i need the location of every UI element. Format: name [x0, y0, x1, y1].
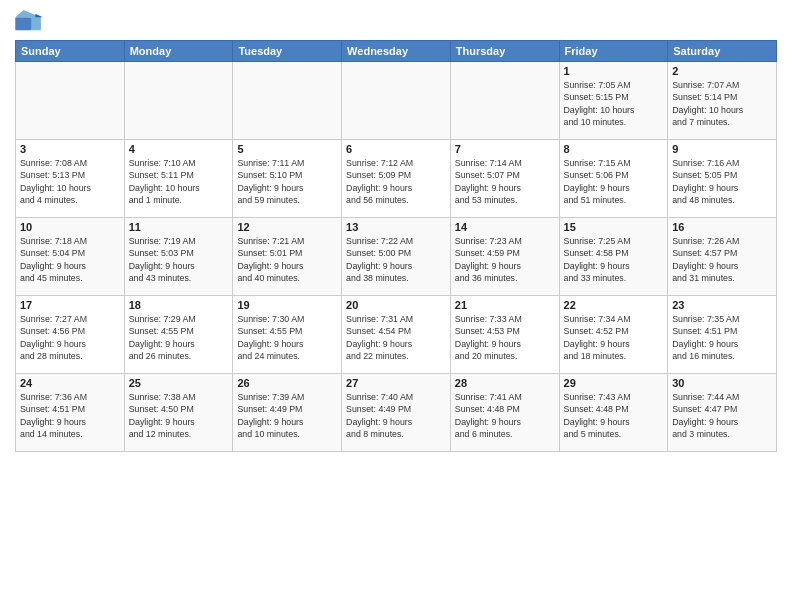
day-number: 29: [564, 377, 664, 389]
day-number: 27: [346, 377, 446, 389]
day-number: 22: [564, 299, 664, 311]
calendar-week-row: 3Sunrise: 7:08 AM Sunset: 5:13 PM Daylig…: [16, 140, 777, 218]
day-info: Sunrise: 7:33 AM Sunset: 4:53 PM Dayligh…: [455, 313, 555, 362]
calendar-day-cell: 4Sunrise: 7:10 AM Sunset: 5:11 PM Daylig…: [124, 140, 233, 218]
calendar-day-cell: [124, 62, 233, 140]
day-info: Sunrise: 7:23 AM Sunset: 4:59 PM Dayligh…: [455, 235, 555, 284]
calendar-day-cell: 26Sunrise: 7:39 AM Sunset: 4:49 PM Dayli…: [233, 374, 342, 452]
calendar-day-cell: 9Sunrise: 7:16 AM Sunset: 5:05 PM Daylig…: [668, 140, 777, 218]
svg-marker-2: [35, 14, 42, 18]
weekday-header-cell: Saturday: [668, 41, 777, 62]
calendar-day-cell: 28Sunrise: 7:41 AM Sunset: 4:48 PM Dayli…: [450, 374, 559, 452]
calendar-day-cell: [233, 62, 342, 140]
weekday-header-cell: Monday: [124, 41, 233, 62]
day-info: Sunrise: 7:36 AM Sunset: 4:51 PM Dayligh…: [20, 391, 120, 440]
day-number: 17: [20, 299, 120, 311]
day-info: Sunrise: 7:38 AM Sunset: 4:50 PM Dayligh…: [129, 391, 229, 440]
day-info: Sunrise: 7:14 AM Sunset: 5:07 PM Dayligh…: [455, 157, 555, 206]
calendar-day-cell: [450, 62, 559, 140]
day-number: 18: [129, 299, 229, 311]
calendar-day-cell: 23Sunrise: 7:35 AM Sunset: 4:51 PM Dayli…: [668, 296, 777, 374]
day-info: Sunrise: 7:40 AM Sunset: 4:49 PM Dayligh…: [346, 391, 446, 440]
calendar-day-cell: [16, 62, 125, 140]
day-number: 19: [237, 299, 337, 311]
calendar-day-cell: 11Sunrise: 7:19 AM Sunset: 5:03 PM Dayli…: [124, 218, 233, 296]
day-info: Sunrise: 7:30 AM Sunset: 4:55 PM Dayligh…: [237, 313, 337, 362]
calendar-body: 1Sunrise: 7:05 AM Sunset: 5:15 PM Daylig…: [16, 62, 777, 452]
day-info: Sunrise: 7:29 AM Sunset: 4:55 PM Dayligh…: [129, 313, 229, 362]
calendar-day-cell: 6Sunrise: 7:12 AM Sunset: 5:09 PM Daylig…: [342, 140, 451, 218]
day-number: 25: [129, 377, 229, 389]
day-number: 30: [672, 377, 772, 389]
day-number: 5: [237, 143, 337, 155]
page-header: [15, 10, 777, 32]
weekday-header-cell: Thursday: [450, 41, 559, 62]
weekday-header-cell: Tuesday: [233, 41, 342, 62]
weekday-header-cell: Friday: [559, 41, 668, 62]
day-info: Sunrise: 7:12 AM Sunset: 5:09 PM Dayligh…: [346, 157, 446, 206]
calendar-week-row: 17Sunrise: 7:27 AM Sunset: 4:56 PM Dayli…: [16, 296, 777, 374]
calendar-day-cell: 10Sunrise: 7:18 AM Sunset: 5:04 PM Dayli…: [16, 218, 125, 296]
day-number: 6: [346, 143, 446, 155]
calendar-day-cell: 18Sunrise: 7:29 AM Sunset: 4:55 PM Dayli…: [124, 296, 233, 374]
calendar-week-row: 24Sunrise: 7:36 AM Sunset: 4:51 PM Dayli…: [16, 374, 777, 452]
calendar-week-row: 10Sunrise: 7:18 AM Sunset: 5:04 PM Dayli…: [16, 218, 777, 296]
day-info: Sunrise: 7:19 AM Sunset: 5:03 PM Dayligh…: [129, 235, 229, 284]
calendar-day-cell: 30Sunrise: 7:44 AM Sunset: 4:47 PM Dayli…: [668, 374, 777, 452]
calendar-day-cell: 20Sunrise: 7:31 AM Sunset: 4:54 PM Dayli…: [342, 296, 451, 374]
day-info: Sunrise: 7:39 AM Sunset: 4:49 PM Dayligh…: [237, 391, 337, 440]
calendar-day-cell: 13Sunrise: 7:22 AM Sunset: 5:00 PM Dayli…: [342, 218, 451, 296]
calendar-day-cell: 19Sunrise: 7:30 AM Sunset: 4:55 PM Dayli…: [233, 296, 342, 374]
day-number: 4: [129, 143, 229, 155]
day-number: 13: [346, 221, 446, 233]
weekday-header-cell: Sunday: [16, 41, 125, 62]
calendar-day-cell: 14Sunrise: 7:23 AM Sunset: 4:59 PM Dayli…: [450, 218, 559, 296]
day-info: Sunrise: 7:31 AM Sunset: 4:54 PM Dayligh…: [346, 313, 446, 362]
day-number: 10: [20, 221, 120, 233]
day-number: 15: [564, 221, 664, 233]
day-info: Sunrise: 7:10 AM Sunset: 5:11 PM Dayligh…: [129, 157, 229, 206]
calendar-day-cell: 22Sunrise: 7:34 AM Sunset: 4:52 PM Dayli…: [559, 296, 668, 374]
day-number: 14: [455, 221, 555, 233]
day-info: Sunrise: 7:34 AM Sunset: 4:52 PM Dayligh…: [564, 313, 664, 362]
day-number: 2: [672, 65, 772, 77]
day-info: Sunrise: 7:35 AM Sunset: 4:51 PM Dayligh…: [672, 313, 772, 362]
day-info: Sunrise: 7:27 AM Sunset: 4:56 PM Dayligh…: [20, 313, 120, 362]
calendar-day-cell: 27Sunrise: 7:40 AM Sunset: 4:49 PM Dayli…: [342, 374, 451, 452]
day-number: 9: [672, 143, 772, 155]
weekday-header-row: SundayMondayTuesdayWednesdayThursdayFrid…: [16, 41, 777, 62]
day-info: Sunrise: 7:07 AM Sunset: 5:14 PM Dayligh…: [672, 79, 772, 128]
calendar-day-cell: 17Sunrise: 7:27 AM Sunset: 4:56 PM Dayli…: [16, 296, 125, 374]
day-number: 24: [20, 377, 120, 389]
calendar-day-cell: 5Sunrise: 7:11 AM Sunset: 5:10 PM Daylig…: [233, 140, 342, 218]
day-info: Sunrise: 7:05 AM Sunset: 5:15 PM Dayligh…: [564, 79, 664, 128]
calendar-day-cell: 2Sunrise: 7:07 AM Sunset: 5:14 PM Daylig…: [668, 62, 777, 140]
day-number: 1: [564, 65, 664, 77]
calendar-day-cell: 8Sunrise: 7:15 AM Sunset: 5:06 PM Daylig…: [559, 140, 668, 218]
day-number: 23: [672, 299, 772, 311]
calendar-week-row: 1Sunrise: 7:05 AM Sunset: 5:15 PM Daylig…: [16, 62, 777, 140]
calendar-day-cell: [342, 62, 451, 140]
day-info: Sunrise: 7:15 AM Sunset: 5:06 PM Dayligh…: [564, 157, 664, 206]
calendar-day-cell: 16Sunrise: 7:26 AM Sunset: 4:57 PM Dayli…: [668, 218, 777, 296]
logo-icon: [15, 10, 43, 32]
day-number: 7: [455, 143, 555, 155]
svg-rect-0: [15, 17, 32, 30]
day-info: Sunrise: 7:11 AM Sunset: 5:10 PM Dayligh…: [237, 157, 337, 206]
calendar-day-cell: 7Sunrise: 7:14 AM Sunset: 5:07 PM Daylig…: [450, 140, 559, 218]
day-number: 21: [455, 299, 555, 311]
day-info: Sunrise: 7:25 AM Sunset: 4:58 PM Dayligh…: [564, 235, 664, 284]
logo: [15, 10, 47, 32]
calendar-table: SundayMondayTuesdayWednesdayThursdayFrid…: [15, 40, 777, 452]
day-number: 8: [564, 143, 664, 155]
day-info: Sunrise: 7:26 AM Sunset: 4:57 PM Dayligh…: [672, 235, 772, 284]
day-number: 16: [672, 221, 772, 233]
day-number: 20: [346, 299, 446, 311]
day-number: 12: [237, 221, 337, 233]
day-number: 3: [20, 143, 120, 155]
day-number: 28: [455, 377, 555, 389]
day-number: 11: [129, 221, 229, 233]
day-number: 26: [237, 377, 337, 389]
day-info: Sunrise: 7:21 AM Sunset: 5:01 PM Dayligh…: [237, 235, 337, 284]
day-info: Sunrise: 7:08 AM Sunset: 5:13 PM Dayligh…: [20, 157, 120, 206]
